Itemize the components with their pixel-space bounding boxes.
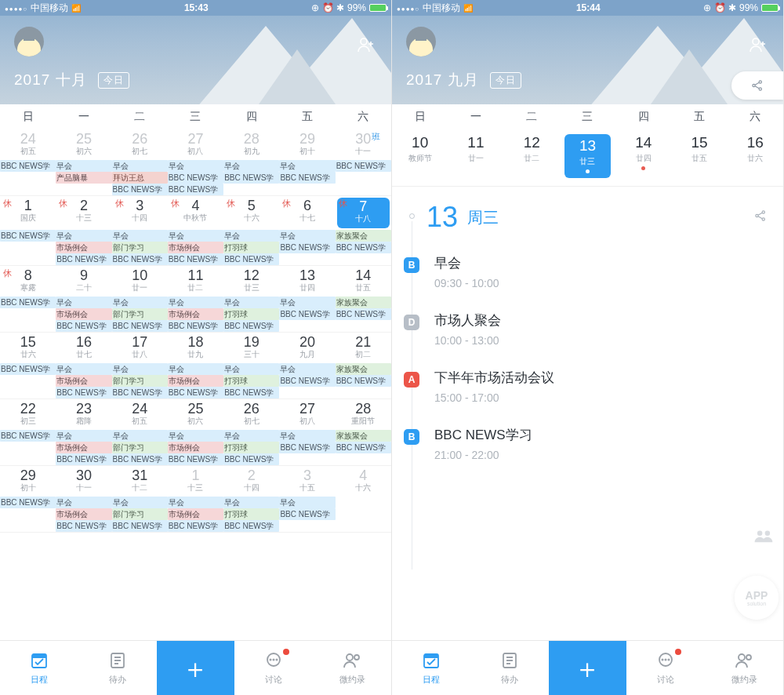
day-cell[interactable]: 29初十 <box>0 466 56 495</box>
day-cell[interactable]: 休6十七 <box>279 196 335 228</box>
day-events[interactable]: 早会BBC NEWS学 <box>279 362 335 398</box>
event-chip[interactable]: BBC NEWS学 <box>0 497 56 508</box>
day-cell[interactable]: 20九月 <box>279 333 335 362</box>
day-cell[interactable]: 23霜降 <box>56 399 111 428</box>
event-chip[interactable]: 部门学习 <box>112 508 168 520</box>
day-events[interactable]: 早会市场例会BBC NEWS学 <box>56 228 111 265</box>
day-events[interactable]: 早会市场例会BBC NEWS学 <box>56 362 111 398</box>
day-cell[interactable]: 28初九 <box>223 129 279 158</box>
event-chip[interactable]: 早会 <box>279 230 335 242</box>
event-chip[interactable]: 早会 <box>56 363 111 375</box>
day-events[interactable]: 家族聚会BBC NEWS学 <box>336 295 391 332</box>
tab-contacts[interactable]: 微约录 <box>705 641 783 695</box>
day-events[interactable]: 早会打羽球BBC NEWS学 <box>223 495 279 532</box>
event-chip[interactable]: 早会 <box>279 363 335 375</box>
week-strip-day[interactable]: 10教师节 <box>392 129 448 181</box>
event-chip[interactable]: 早会 <box>223 230 279 242</box>
event-chip[interactable]: BBC NEWS学 <box>168 520 223 532</box>
day-cell[interactable]: 29初十 <box>279 129 335 158</box>
event-chip[interactable]: BBC NEWS学 <box>336 242 391 253</box>
day-events[interactable]: 早会部门学习BBC NEWS学 <box>112 362 168 398</box>
day-events[interactable]: BBC NEWS学 <box>336 158 391 195</box>
day-cell[interactable]: 休4中秋节 <box>168 196 223 228</box>
today-button[interactable]: 今日 <box>98 72 129 89</box>
event-chip[interactable]: BBC NEWS学 <box>0 363 56 375</box>
event-chip[interactable]: BBC NEWS学 <box>56 320 111 332</box>
agenda-item[interactable]: A 下半年市场活动会议 15:00 - 17:00 <box>392 358 783 415</box>
event-chip[interactable]: 家族聚会 <box>336 230 391 242</box>
agenda-share-icon[interactable] <box>753 209 768 226</box>
event-chip[interactable]: BBC NEWS学 <box>0 430 56 442</box>
week-strip-day[interactable]: 13廿三 <box>560 129 615 181</box>
event-chip[interactable]: 打羽球 <box>223 508 279 520</box>
event-chip[interactable]: BBC NEWS学 <box>112 453 168 465</box>
event-chip[interactable]: 早会 <box>56 160 111 172</box>
day-events[interactable]: 早会BBC NEWS学BBC NEWS学 <box>168 158 223 195</box>
event-chip[interactable]: 早会 <box>112 363 168 375</box>
day-cell[interactable]: 28重阳节 <box>336 399 391 428</box>
day-cell[interactable]: 25初六 <box>56 129 111 158</box>
event-chip[interactable]: BBC NEWS学 <box>56 520 111 532</box>
day-cell[interactable]: 3十五 <box>279 466 335 495</box>
event-chip[interactable]: 早会 <box>223 497 279 508</box>
event-chip[interactable]: BBC NEWS学 <box>336 375 391 387</box>
event-chip[interactable]: 市场例会 <box>56 508 111 520</box>
event-chip[interactable]: BBC NEWS学 <box>168 453 223 465</box>
month-title[interactable]: 2017 十月 <box>14 70 87 90</box>
event-chip[interactable]: BBC NEWS学 <box>112 387 168 398</box>
event-chip[interactable]: 市场例会 <box>168 242 223 253</box>
event-chip[interactable]: BBC NEWS学 <box>0 160 56 172</box>
day-cell[interactable]: 休3十四 <box>112 196 168 228</box>
month-title[interactable]: 2017 九月 <box>406 70 479 90</box>
tab-add[interactable]: ＋ <box>549 641 627 695</box>
event-chip[interactable]: 早会 <box>56 297 111 308</box>
day-events[interactable]: 家族聚会BBC NEWS学 <box>336 228 391 265</box>
event-chip[interactable]: 早会 <box>56 497 111 508</box>
event-chip[interactable]: BBC NEWS学 <box>279 442 335 453</box>
event-chip[interactable]: 家族聚会 <box>336 297 391 308</box>
event-chip[interactable]: BBC NEWS学 <box>168 172 223 184</box>
week-strip-day[interactable]: 11廿一 <box>448 129 503 181</box>
tab-schedule[interactable]: 日程 <box>392 641 470 695</box>
day-cell[interactable]: 休7十八 <box>336 196 391 228</box>
day-events[interactable]: 早会市场例会BBC NEWS学 <box>56 495 111 532</box>
event-chip[interactable]: 市场例会 <box>168 308 223 320</box>
day-cell[interactable]: 26初七 <box>223 399 279 428</box>
tab-discuss[interactable]: 讨论 <box>234 641 313 695</box>
day-events[interactable]: 早会BBC NEWS学 <box>279 428 335 465</box>
day-cell[interactable]: 12廿三 <box>223 266 279 295</box>
day-events[interactable]: BBC NEWS学 <box>0 362 56 398</box>
day-events[interactable]: BBC NEWS学 <box>0 295 56 332</box>
avatar[interactable] <box>406 27 436 56</box>
day-cell[interactable]: 班30十一 <box>336 129 391 158</box>
day-cell[interactable]: 21初二 <box>336 333 391 362</box>
event-chip[interactable]: BBC NEWS学 <box>112 253 168 265</box>
day-events[interactable]: 早会BBC NEWS学 <box>279 158 335 195</box>
event-chip[interactable]: 早会 <box>168 297 223 308</box>
event-chip[interactable]: BBC NEWS学 <box>56 453 111 465</box>
event-chip[interactable]: BBC NEWS学 <box>168 320 223 332</box>
day-cell[interactable]: 休5十六 <box>223 196 279 228</box>
day-events[interactable]: 早会部门学习BBC NEWS学 <box>112 295 168 332</box>
event-chip[interactable]: 拜访王总 <box>112 172 168 184</box>
tab-todo[interactable]: 待办 <box>78 641 157 695</box>
day-events[interactable] <box>336 495 391 532</box>
event-chip[interactable]: 产品脑暴 <box>56 172 111 184</box>
event-chip[interactable]: 部门学习 <box>112 242 168 253</box>
day-cell[interactable]: 10廿一 <box>112 266 168 295</box>
day-events[interactable]: 早会市场例会BBC NEWS学 <box>168 428 223 465</box>
event-chip[interactable]: BBC NEWS学 <box>279 242 335 253</box>
agenda-item[interactable]: D 市场人聚会 10:00 - 13:00 <box>392 300 783 358</box>
event-chip[interactable]: BBC NEWS学 <box>223 453 279 465</box>
event-chip[interactable]: BBC NEWS学 <box>56 387 111 398</box>
day-cell[interactable]: 休2十三 <box>56 196 111 228</box>
event-chip[interactable]: BBC NEWS学 <box>0 297 56 308</box>
event-chip[interactable]: 部门学习 <box>112 442 168 453</box>
event-chip[interactable]: 市场例会 <box>56 242 111 253</box>
day-cell[interactable]: 30十一 <box>56 466 111 495</box>
day-cell[interactable]: 13廿四 <box>279 266 335 295</box>
event-chip[interactable]: BBC NEWS学 <box>279 172 335 184</box>
event-chip[interactable]: 早会 <box>168 230 223 242</box>
day-events[interactable]: 早会BBC NEWS学 <box>279 495 335 532</box>
event-chip[interactable]: 早会 <box>112 497 168 508</box>
